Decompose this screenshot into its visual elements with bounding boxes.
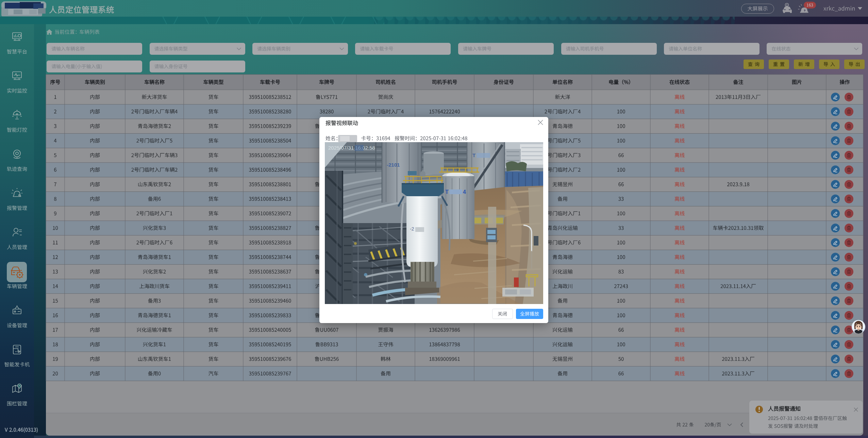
svg-text:2025/07/31 16:02:58: 2025/07/31 16:02:58 xyxy=(328,145,375,151)
svg-text:T: T xyxy=(472,152,475,158)
svg-text:4: 4 xyxy=(463,189,466,195)
svg-text:-2101: -2101 xyxy=(387,162,400,168)
svg-text:T: T xyxy=(445,189,449,195)
svg-text:-2: -2 xyxy=(410,226,414,232)
